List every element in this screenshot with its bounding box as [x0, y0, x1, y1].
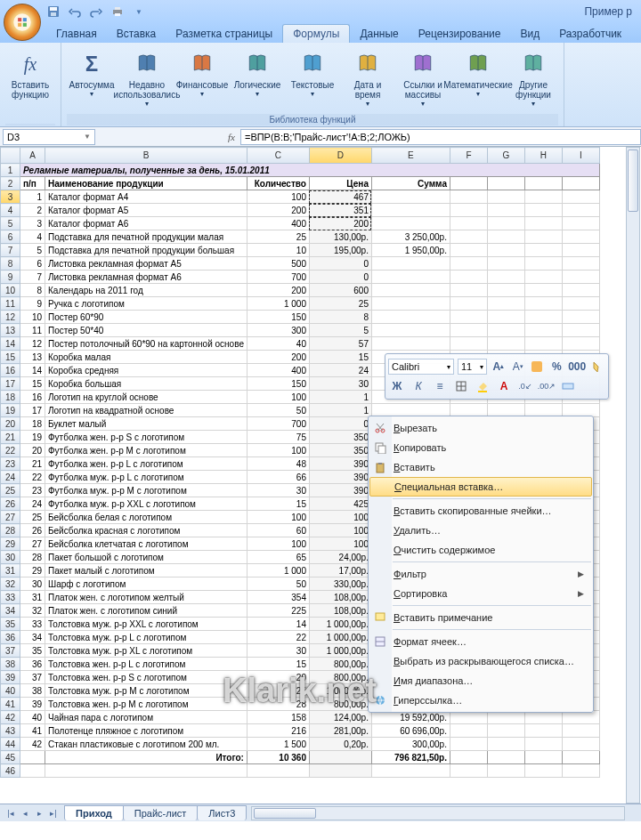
vertical-scrollbar[interactable]	[626, 147, 640, 804]
ribbon-tab-4[interactable]: Данные	[350, 25, 408, 43]
row-header-7[interactable]: 7	[1, 244, 20, 257]
shrink-font-icon[interactable]: A▾	[510, 358, 526, 376]
ctx-item-9[interactable]: Фильтр▶	[369, 564, 593, 584]
row-header-24[interactable]: 24	[1, 471, 20, 484]
row-header-2[interactable]: 2	[1, 177, 20, 190]
ribbon-tab-0[interactable]: Главная	[46, 25, 107, 43]
comma-icon[interactable]: 000	[568, 358, 586, 376]
font-color-icon[interactable]: A	[495, 377, 513, 395]
row-header-14[interactable]: 14	[1, 337, 20, 351]
font-size-select[interactable]: 11▾	[458, 359, 487, 375]
col-header-[interactable]	[1, 148, 20, 164]
decrease-decimal-icon[interactable]: .0↙	[516, 377, 534, 395]
row-header-34[interactable]: 34	[1, 604, 20, 618]
row-header-38[interactable]: 38	[1, 658, 20, 671]
ctx-item-15[interactable]: Выбрать из раскрывающегося списка…	[369, 651, 593, 671]
fill-color-icon[interactable]	[474, 377, 491, 395]
ribbon-tab-6[interactable]: Вид	[510, 25, 549, 43]
col-header-G[interactable]: G	[487, 148, 524, 164]
borders-icon[interactable]	[452, 377, 470, 395]
row-header-44[interactable]: 44	[1, 738, 20, 751]
ribbon-btn-1-6[interactable]: Ссылки и массивы▾	[398, 46, 448, 111]
redo-icon[interactable]	[89, 4, 103, 19]
ribbon-btn-1-5[interactable]: Дата и время▾	[343, 46, 393, 111]
ribbon-btn-1-3[interactable]: Логические▾	[232, 46, 282, 101]
col-header-D[interactable]: D	[309, 148, 371, 164]
row-header-39[interactable]: 39	[1, 671, 20, 684]
row-header-33[interactable]: 33	[1, 591, 20, 604]
accounting-format-icon[interactable]	[530, 358, 546, 376]
qat-dropdown-icon[interactable]: ▼	[132, 4, 146, 19]
sheet-nav-first-icon[interactable]: |◂	[4, 809, 18, 818]
sheet-nav-prev-icon[interactable]: ◂	[18, 809, 32, 818]
ctx-item-12[interactable]: Вставить примечание	[369, 608, 593, 627]
ribbon-btn-1-0[interactable]: ΣАвтосумма▾	[67, 46, 117, 101]
row-header-17[interactable]: 17	[1, 377, 20, 391]
ctx-item-7[interactable]: Очистить содержимое	[369, 540, 593, 560]
increase-decimal-icon[interactable]: .00↗	[538, 377, 556, 395]
name-box[interactable]: D3 ▼	[3, 129, 95, 145]
row-header-25[interactable]: 25	[1, 484, 20, 497]
row-header-35[interactable]: 35	[1, 618, 20, 631]
horizontal-scrollbar[interactable]	[251, 806, 625, 820]
bold-icon[interactable]: Ж	[388, 377, 406, 395]
ribbon-tab-5[interactable]: Рецензирование	[409, 25, 511, 43]
row-header-9[interactable]: 9	[1, 271, 20, 284]
row-header-1[interactable]: 1	[1, 164, 20, 177]
ctx-item-6[interactable]: Удалить…	[369, 521, 593, 540]
row-header-4[interactable]: 4	[1, 204, 20, 217]
row-header-30[interactable]: 30	[1, 551, 20, 564]
undo-icon[interactable]	[68, 4, 82, 19]
italic-icon[interactable]: К	[410, 377, 427, 395]
row-header-42[interactable]: 42	[1, 711, 20, 724]
merge-icon[interactable]	[559, 377, 577, 395]
sheet-tab-0[interactable]: Приход	[64, 805, 124, 820]
row-header-15[interactable]: 15	[1, 351, 20, 364]
row-header-37[interactable]: 37	[1, 644, 20, 658]
col-header-I[interactable]: I	[562, 148, 599, 164]
ctx-item-2[interactable]: Вставить	[369, 457, 593, 477]
row-header-8[interactable]: 8	[1, 257, 20, 271]
office-button[interactable]	[4, 4, 41, 41]
ribbon-tab-1[interactable]: Вставка	[107, 25, 166, 43]
save-icon[interactable]	[46, 4, 61, 19]
sheet-tab-1[interactable]: Прайс-лист	[123, 805, 199, 820]
row-header-10[interactable]: 10	[1, 284, 20, 297]
row-header-5[interactable]: 5	[1, 217, 20, 230]
ribbon-tab-3[interactable]: Формулы	[282, 24, 350, 43]
row-header-26[interactable]: 26	[1, 497, 20, 511]
row-header-19[interactable]: 19	[1, 404, 20, 417]
row-header-20[interactable]: 20	[1, 417, 20, 431]
ctx-item-1[interactable]: Копировать	[369, 438, 593, 457]
col-header-F[interactable]: F	[450, 148, 487, 164]
row-header-36[interactable]: 36	[1, 631, 20, 644]
ribbon-btn-1-2[interactable]: Финансовые▾	[177, 46, 227, 101]
row-header-43[interactable]: 43	[1, 724, 20, 738]
align-center-icon[interactable]: ≡	[431, 377, 449, 395]
formula-bar[interactable]: =ВПР(B:B;'Прайс-лист'!A:B;2;ЛОЖЬ)	[240, 129, 641, 145]
ribbon-tab-2[interactable]: Разметка страницы	[166, 25, 282, 43]
ribbon-btn-1-1[interactable]: Недавно использовались▾	[122, 46, 172, 111]
print-icon[interactable]	[110, 4, 125, 19]
ribbon-btn-1-8[interactable]: Другие функции▾	[508, 46, 558, 111]
ribbon-btn-0-0[interactable]: fxВставить функцию	[5, 46, 55, 103]
row-header-11[interactable]: 11	[1, 297, 20, 311]
row-header-27[interactable]: 27	[1, 511, 20, 524]
row-header-23[interactable]: 23	[1, 457, 20, 471]
ctx-item-10[interactable]: Сортировка▶	[369, 584, 593, 603]
percent-icon[interactable]: %	[548, 358, 564, 376]
row-header-18[interactable]: 18	[1, 391, 20, 404]
fx-icon[interactable]: fx	[223, 132, 240, 142]
name-box-arrow-icon[interactable]: ▼	[84, 133, 91, 141]
sheet-nav-next-icon[interactable]: ▸	[32, 809, 46, 818]
col-header-A[interactable]: A	[20, 148, 45, 164]
row-header-40[interactable]: 40	[1, 684, 20, 698]
row-header-28[interactable]: 28	[1, 524, 20, 537]
ctx-item-16[interactable]: Имя диапазона…	[369, 671, 593, 691]
col-header-C[interactable]: C	[247, 148, 309, 164]
grow-font-icon[interactable]: A▴	[491, 358, 507, 376]
col-header-B[interactable]: B	[45, 148, 247, 164]
row-header-13[interactable]: 13	[1, 324, 20, 337]
sheet-nav-last-icon[interactable]: ▸|	[46, 809, 61, 818]
row-header-29[interactable]: 29	[1, 537, 20, 551]
